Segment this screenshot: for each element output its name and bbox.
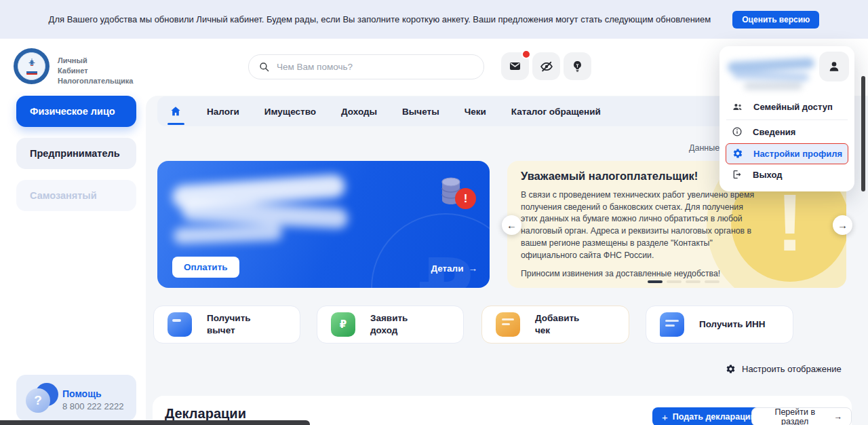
quick-action-label: Получитьвычет (207, 312, 251, 336)
inn-document-icon (660, 312, 684, 337)
lightbulb-icon (571, 60, 584, 73)
russian-flag (26, 70, 37, 75)
goto-section-label: Перейти в раздел (761, 407, 829, 425)
search-input[interactable] (277, 62, 474, 72)
carousel-next-button[interactable]: → (833, 215, 852, 235)
profile-avatar-button[interactable] (819, 52, 849, 81)
plus-icon: + (662, 411, 668, 423)
quick-action-label: Добавитьчек (535, 312, 579, 336)
arrow-right-icon: → (837, 219, 848, 231)
unread-notification-dot (521, 50, 531, 59)
carousel-dot[interactable] (667, 280, 682, 283)
data-status-label: Данные (689, 143, 719, 153)
quick-action-get-deduction[interactable]: Получитьвычет (153, 306, 300, 344)
redacted-username-blur (728, 57, 817, 90)
help-title: Помощь (62, 388, 102, 399)
menu-item-label: Сведения (753, 127, 795, 137)
arrow-right-icon: → (834, 412, 843, 422)
arrow-left-icon: ← (507, 219, 517, 231)
arrow-right-icon: → (469, 263, 478, 274)
brand-line-3: Налогоплательщика (58, 76, 133, 86)
menu-item-label: Семейный доступ (753, 102, 833, 112)
ruble-watermark: ₽ (371, 213, 490, 288)
profile-dropdown-menu: Семейный доступ Сведения Настройки профи… (719, 46, 854, 191)
menu-item-profile-settings-highlighted[interactable]: Настройки профиля (726, 143, 848, 164)
gear-icon (726, 364, 736, 374)
app-root: Для Вашего удобства мы обновили Личный к… (0, 0, 868, 425)
tax-amount-card: ! ₽ Оплатить Детали → (157, 161, 490, 288)
tab-requests-catalog[interactable]: Каталог обращений (511, 107, 601, 117)
wallet-icon (167, 312, 192, 337)
info-icon (732, 126, 743, 137)
menu-item-logout[interactable]: Выход (732, 169, 782, 180)
notice-title: Уважаемый налогоплательщик! (521, 170, 698, 183)
hide-amounts-button[interactable] (532, 52, 560, 80)
tab-home[interactable] (170, 96, 182, 126)
scrollbar-thumb[interactable] (861, 76, 865, 191)
logout-icon (732, 169, 743, 180)
banner-text: Для Вашего удобства мы обновили Личный к… (49, 14, 711, 24)
carousel-dot[interactable] (648, 280, 663, 283)
receipt-icon (496, 312, 520, 337)
rate-version-button[interactable]: Оценить версию (732, 11, 819, 29)
pay-button[interactable]: Оплатить (172, 257, 239, 278)
home-icon (170, 105, 182, 117)
question-icon: ? (24, 382, 60, 414)
quick-action-label: Получить ИНН (699, 318, 766, 331)
menu-divider (726, 119, 848, 120)
brand-line-1: Личный (58, 56, 133, 66)
goto-section-button[interactable]: Перейти в раздел → (751, 407, 852, 425)
mail-icon (509, 60, 521, 73)
quick-action-get-inn[interactable]: Получить ИНН (646, 306, 793, 344)
details-link[interactable]: Детали → (431, 263, 477, 274)
notice-paragraph-2: Приносим извинения за доставленные неудо… (521, 268, 757, 280)
tab-income[interactable]: Доходы (341, 107, 377, 117)
carousel-prev-button[interactable]: ← (502, 215, 521, 235)
eagle-icon (24, 58, 39, 69)
tips-button[interactable] (564, 52, 591, 80)
menu-item-profile-settings[interactable]: Настройки профиля (732, 148, 842, 159)
bottom-cutoff-strip (0, 420, 310, 425)
fns-emblem (18, 52, 45, 80)
declarations-title: Декларации (165, 406, 246, 422)
brand-title: Личный Кабинет Налогоплательщика (58, 56, 133, 86)
details-label: Детали (431, 263, 463, 274)
tab-property[interactable]: Имущество (264, 107, 316, 117)
display-settings-link[interactable]: Настроить отображение (726, 364, 842, 374)
family-access-icon (732, 101, 743, 113)
submit-declaration-label: Подать декларацию (673, 412, 757, 422)
income-ruble-icon: ₽ (331, 312, 355, 337)
menu-item-label: Настройки профиля (753, 149, 842, 159)
notice-body: В связи с проведением технических работ … (521, 189, 757, 287)
quick-action-label: Заявитьдоход (370, 312, 408, 336)
carousel-dot[interactable] (686, 280, 701, 283)
menu-item-label: Выход (753, 170, 782, 180)
sidebar-item-individual[interactable]: Физическое лицо (16, 96, 136, 127)
eye-off-icon (540, 60, 553, 73)
debt-alert-badge: ! (455, 188, 476, 209)
carousel-dots (648, 280, 719, 283)
redacted-amount-blur (172, 172, 382, 257)
menu-item-family-access[interactable]: Семейный доступ (732, 101, 833, 113)
sidebar-item-self-employed[interactable]: Самозанятый (16, 180, 136, 211)
display-settings-label: Настроить отображение (742, 364, 842, 374)
fns-logo (14, 48, 50, 84)
tab-taxes[interactable]: Налоги (207, 107, 239, 117)
carousel-dot[interactable] (705, 280, 719, 283)
update-banner: Для Вашего удобства мы обновили Личный к… (0, 0, 868, 39)
menu-item-info[interactable]: Сведения (732, 126, 795, 137)
brand-line-2: Кабинет (58, 66, 133, 76)
quick-action-declare-income[interactable]: ₽ Заявитьдоход (317, 306, 464, 344)
quick-action-add-receipt[interactable]: Добавитьчек (481, 306, 629, 344)
tab-receipts[interactable]: Чеки (465, 107, 486, 117)
sidebar-item-entrepreneur[interactable]: Предприниматель (16, 138, 136, 169)
notice-paragraph-1: В связи с проведением технических работ … (521, 189, 757, 261)
tab-deductions[interactable]: Вычеты (402, 107, 439, 117)
search-bar (248, 54, 484, 79)
search-icon (258, 61, 270, 73)
gear-icon (732, 148, 743, 159)
help-card[interactable]: ? Помощь 8 800 222 2222 (16, 375, 136, 421)
question-glyph: ? (26, 388, 50, 413)
help-phone: 8 800 222 2222 (62, 401, 123, 411)
submit-declaration-button[interactable]: + Подать декларацию (652, 407, 767, 425)
